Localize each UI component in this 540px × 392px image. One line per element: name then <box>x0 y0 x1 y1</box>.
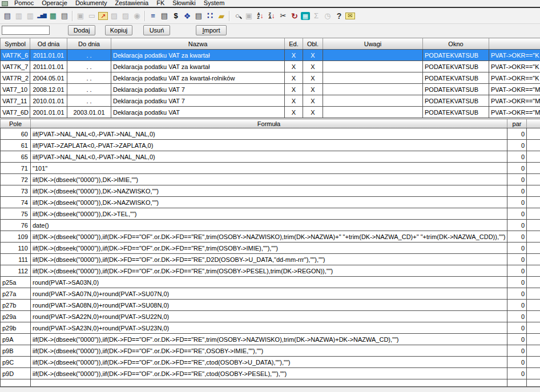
formula-row[interactable]: 112iif(DK->(dbseek("0000")),iif(DK->FD==… <box>1 265 540 277</box>
table-row-selected[interactable]: VAT7K_6 2011.01.01 . . Deklaracja podatk… <box>1 50 540 61</box>
cell-warunek: PVAT->OKR=="K <box>489 61 540 72</box>
cell-extra <box>527 243 540 254</box>
cell-par: 0 <box>507 163 527 174</box>
table-row[interactable]: VAT7R_2 2004.05.01 . . Deklaracja podatk… <box>1 72 540 84</box>
menu-system[interactable]: System <box>200 0 229 7</box>
cell-warunek: PVAT->OKR=="M <box>489 107 540 118</box>
table-row[interactable]: VAT7_10 2008.12.01 . . Deklaracja podatk… <box>1 84 540 95</box>
cell-par: 0 <box>507 220 527 231</box>
formula-row[interactable]: 111iif(DK->(dbseek("0000")),iif(DK->FD==… <box>1 254 540 265</box>
report-icon[interactable]: ▤ <box>159 11 170 21</box>
table-row[interactable]: VAT7_6D 2001.01.01 2003.01.01 Deklaracja… <box>1 107 540 118</box>
cell-uwagi <box>323 84 423 95</box>
formula-row[interactable]: p9Aiif(DK->(dbseek("0000")),iif(DK->FD==… <box>1 334 540 345</box>
cell-formula: iif(DK->(dbseek("0000")),iif(DK->FD=="OF… <box>31 231 507 243</box>
print-icon[interactable]: ▤ <box>2 11 13 21</box>
cell-symbol: VAT7_11 <box>1 95 30 107</box>
cell-par: 0 <box>507 197 527 208</box>
menu-pomoc[interactable]: Pomoc <box>10 0 38 7</box>
formula-row[interactable]: 76date()0 <box>1 220 540 231</box>
cell-symbol: VAT7K_6 <box>1 50 30 61</box>
notes-icon[interactable]: ▤ <box>194 11 204 21</box>
cell-obl: X <box>303 50 323 61</box>
cell-formula: iif(DK->(dbseek("0000")),iif(DK->FD=="OF… <box>31 334 507 345</box>
list-icon[interactable]: ≡ <box>148 11 158 21</box>
formula-row[interactable]: p9Diif(DK->(dbseek("0000")),iif(DK->FD==… <box>1 368 540 379</box>
menu-operacje[interactable]: Operacje <box>38 0 71 7</box>
help-icon[interactable]: ? <box>334 11 344 21</box>
formula-row[interactable]: p29around(PVAT->SA22N,0)+round(PVAT->SU2… <box>1 311 540 322</box>
transfer-icon[interactable]: ❖ <box>182 11 192 21</box>
cell-symbol: VAT7_6D <box>1 107 30 118</box>
menu-dokumenty[interactable]: Dokumenty <box>71 0 111 7</box>
cell-par <box>507 379 527 387</box>
sort-asc-icon[interactable]: AZ ↓ <box>255 11 265 21</box>
menu-slowniki[interactable]: Słowniki <box>168 0 199 7</box>
paste-alt-icon: ▥ <box>25 11 35 21</box>
cell-formula: iif(DK->(dbseek("0000")),DK->IMIE,"") <box>31 174 507 185</box>
formula-row[interactable]: p9Ciif(DK->(dbseek("0000")),iif(DK->FD==… <box>1 357 540 368</box>
cell-formula: iif(DK->(dbseek("0000")),iif(DK->FD=="OF… <box>31 265 507 277</box>
col-okno: Okno <box>423 38 489 50</box>
document-icon[interactable]: ▤ <box>59 11 70 21</box>
formula-row[interactable]: 110iif(DK->(dbseek("0000")),iif(DK->FD==… <box>1 243 540 254</box>
cell-formula: iif(PVAT->ZAPLATA<0,-PVAT->ZAPLATA,0) <box>31 140 507 151</box>
chart-icon[interactable]: ▂▅▇ <box>37 11 47 21</box>
add-button[interactable]: Dodaj <box>68 25 95 35</box>
formula-row[interactable]: p25around(PVAT->SA03N,0)0 <box>1 277 540 288</box>
col-par: par <box>507 119 527 128</box>
cell-extra <box>527 345 540 357</box>
col-pole: Pole <box>1 119 31 128</box>
cell-extra <box>527 311 540 322</box>
col-nazwa: Nazwa <box>111 38 285 50</box>
copy-button[interactable]: Kopiuj <box>105 25 132 35</box>
calculator-icon[interactable]: ▦ <box>301 12 310 20</box>
formula-row-empty[interactable] <box>1 379 540 387</box>
folder-open-icon: ▭ <box>87 11 97 21</box>
formula-row[interactable]: p27around(PVAT->SA07N,0)+round(PVAT->SU0… <box>1 288 540 300</box>
cell-pole: 60 <box>1 128 31 140</box>
col-warunek <box>489 38 540 50</box>
import-button[interactable]: Import <box>196 25 227 35</box>
wallet-icon[interactable]: ▰ <box>216 11 227 21</box>
cell-par: 0 <box>507 322 527 334</box>
formula-row[interactable]: p9Biif(DK->(dbseek("0000")),iif(DK->FD==… <box>1 345 540 357</box>
currency-icon[interactable]: $ <box>171 11 181 21</box>
grid-icon[interactable]: ∷ <box>205 11 215 21</box>
cell-warunek: PVAT->OKR=="K <box>489 72 540 84</box>
formula-row[interactable]: 73iif(DK->(dbseek("0000")),DK->NAZWISKO,… <box>1 185 540 197</box>
menu-zestawienia[interactable]: Zestawienia <box>111 0 153 7</box>
cell-ed: X <box>285 84 303 95</box>
cell-extra <box>527 254 540 265</box>
delete-button-label: Usuń <box>144 26 170 35</box>
cell-uwagi <box>323 107 423 118</box>
cell-okno: PODATEKVATSUB <box>423 107 489 118</box>
formula-row[interactable]: 61iif(PVAT->ZAPLATA<0,-PVAT->ZAPLATA,0)0 <box>1 140 540 151</box>
delete-button[interactable]: Usuń <box>143 25 170 35</box>
formula-row[interactable]: 72iif(DK->(dbseek("0000")),DK->IMIE,"")0 <box>1 174 540 185</box>
folder-import-icon[interactable]: ↗ <box>98 12 108 20</box>
cell-warunek: PVAT->OKR=="M <box>489 84 540 95</box>
copy-alt-icon: ▣ <box>244 11 254 21</box>
table-row[interactable]: VAT7_11 2010.01.01 . . Deklaracja podatk… <box>1 95 540 107</box>
filter-input[interactable] <box>2 26 50 35</box>
formula-row[interactable]: 65iif(PVAT->NAL_NAL<0,-PVAT->NAL_NAL,0)0 <box>1 151 540 163</box>
search-icon[interactable]: ○ <box>232 11 243 21</box>
spreadsheet-icon[interactable]: ▦ <box>48 11 58 21</box>
menu-fk[interactable]: FK <box>152 0 168 7</box>
mail-icon[interactable]: ✉ <box>345 13 355 19</box>
cut-icon[interactable]: ✂ <box>278 11 288 21</box>
formula-row[interactable]: 109iif(DK->(dbseek("0000")),iif(DK->FD==… <box>1 231 540 243</box>
formula-row[interactable]: 71"101"0 <box>1 163 540 174</box>
cell-par: 0 <box>507 277 527 288</box>
cell-do: . . <box>67 84 111 95</box>
formula-row[interactable]: 75iif(DK->(dbseek("0000")),DK->TEL,"")0 <box>1 208 540 220</box>
refresh-icon[interactable]: ↻ <box>289 11 300 21</box>
cell-nazwa: Deklaracja podatku VAT <box>111 107 285 118</box>
formula-row[interactable]: p29bround(PVAT->SA23N,0)+round(PVAT->SU2… <box>1 322 540 334</box>
formula-row[interactable]: 74iif(DK->(dbseek("0000")),DK->NAZWISKO,… <box>1 197 540 208</box>
table-row[interactable]: VAT7K_7 2011.01.01 . . Deklaracja podatk… <box>1 61 540 72</box>
sort-desc-icon[interactable]: ZA ↓ <box>267 11 277 21</box>
formula-row[interactable]: 60iif(PVAT->NAL_NAL<0,-PVAT->NAL_NAL,0)0 <box>1 128 540 140</box>
formula-row[interactable]: p27bround(PVAT->SA08N,0)+round(PVAT->SU0… <box>1 300 540 311</box>
